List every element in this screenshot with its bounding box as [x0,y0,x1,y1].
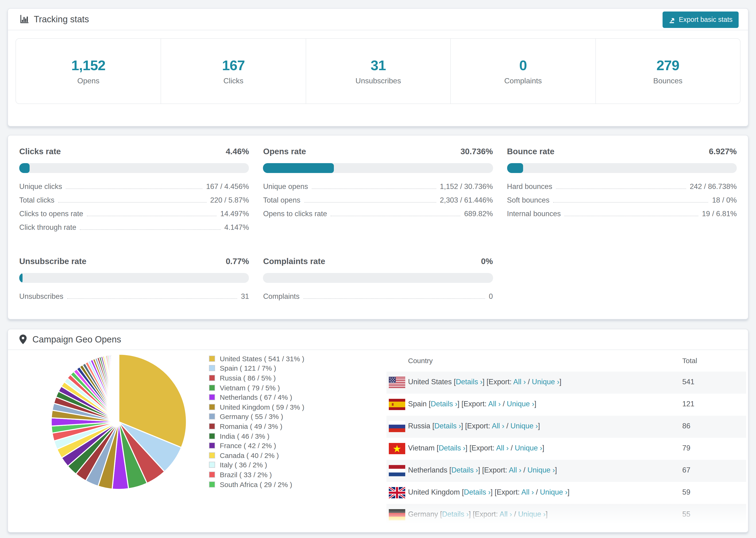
stat-row-label: Clicks to opens rate [19,210,83,218]
export-all-link[interactable]: All › [496,444,509,452]
stat-row-value: 31 [241,292,249,301]
stat-unsubscribes: 31 Unsubscribes [306,39,451,103]
dotted-leader [67,293,237,299]
geo-table: Country Total United States [Details ›] … [387,351,746,526]
dotted-leader [331,211,460,216]
stat-bounces: 279 Bounces [595,39,740,103]
dotted-leader [303,293,485,299]
legend-item: Vietnam ( 79 / 5% ) [209,383,325,393]
country-total: 55 [682,510,690,518]
stat-row-label: Hard bounces [507,183,552,191]
stat-row-label: Internal bounces [507,210,561,218]
legend-label: Brazil ( 33 / 2% ) [220,471,272,479]
legend-swatch [209,471,215,478]
stat-row: Clicks to opens rate14.497% [19,210,249,223]
legend-swatch [209,481,215,487]
export-all-link[interactable]: All › [509,466,521,474]
details-link[interactable]: Details › [451,466,478,474]
details-link[interactable]: Details › [434,422,461,430]
legend-item: Italy ( 36 / 2% ) [209,460,325,470]
legend-item: Netherlands ( 67 / 4% ) [209,393,325,402]
dotted-leader [556,183,686,189]
stat-row: Hard bounces242 / 86.738% [507,183,737,196]
details-link[interactable]: Details › [439,444,465,452]
country-flag-icon [389,421,405,432]
export-unique-link[interactable]: Unique › [540,488,567,496]
stat-value: 167 [222,57,245,73]
export-all-link[interactable]: All › [521,488,534,496]
export-basic-stats-button[interactable]: Export basic stats [662,12,739,28]
stat-row-label: Complaints [263,292,299,301]
export-all-link[interactable]: All › [499,510,512,518]
map-pin-icon [19,335,27,344]
country-total: 79 [682,444,690,452]
stat-row-value: 4.147% [225,223,249,232]
details-link[interactable]: Details › [464,488,491,496]
country-flag-icon [389,377,405,388]
legend-swatch [209,355,215,362]
legend-label: Vietnam ( 79 / 5% ) [220,384,280,392]
legend-item: Brazil ( 33 / 2% ) [209,470,325,479]
legend-swatch [209,423,215,429]
dotted-leader [58,197,206,202]
stat-row-value: 18 / 0% [712,196,737,204]
legend-swatch [209,433,215,439]
legend-label: Canada ( 40 / 2% ) [220,451,279,459]
rate-value: 0.77% [226,256,249,266]
legend-item: India ( 46 / 3% ) [209,431,325,441]
country-flag-icon [389,487,405,498]
export-all-link[interactable]: All › [513,378,526,386]
country-name: Russia [408,422,430,430]
stat-row-value: 14.497% [220,210,249,218]
stat-row-label: Opens to clicks rate [263,210,327,218]
export-unique-link[interactable]: Unique › [511,422,538,430]
stat-row: Click through rate4.147% [19,223,249,237]
export-unique-link[interactable]: Unique › [518,510,546,518]
stat-row: Complaints0 [263,292,493,306]
export-all-link[interactable]: All › [488,400,501,408]
pie-slice [118,354,119,422]
legend-item: Germany ( 55 / 3% ) [209,412,325,421]
dotted-leader [66,183,202,189]
geo-title: Campaign Geo Opens [32,334,121,345]
legend-item: Spain ( 121 / 7% ) [209,363,325,373]
rate-value: 30.736% [460,147,493,157]
country-total: 59 [682,488,690,497]
legend-swatch [209,443,215,449]
country-name: Netherlands [408,466,447,474]
rate-title: Opens rate [263,147,306,157]
export-all-link[interactable]: All › [492,422,504,430]
table-row: United States [Details ›] [Export: All ›… [387,372,746,394]
country-total: 121 [682,400,694,408]
stat-opens: 1,152 Opens [16,39,161,103]
export-unique-link[interactable]: Unique › [514,444,542,452]
dotted-leader [312,183,436,189]
stat-row-label: Unique clicks [19,183,62,191]
stat-row-label: Total opens [263,196,300,204]
summary-stats: 1,152 Opens 167 Clicks 31 Unsubscribes 0… [16,38,740,104]
dotted-leader [565,211,698,216]
stat-row-value: 1,152 / 30.736% [440,183,493,191]
stat-row: Total opens2,303 / 61.446% [263,196,493,210]
table-row: Russia [Details ›] [Export: All › / Uniq… [387,416,746,438]
stat-row-label: Total clicks [19,196,54,204]
details-link[interactable]: Details › [442,510,469,518]
stat-label: Complaints [504,77,542,85]
details-link[interactable]: Details › [431,400,458,408]
details-link[interactable]: Details › [456,378,482,386]
stat-row-value: 19 / 6.81% [702,210,737,218]
stat-row-label: Click through rate [19,223,76,232]
legend-swatch [209,452,215,458]
country-name: Germany [408,510,438,518]
country-name: Spain [408,400,427,408]
country-total: 541 [682,378,694,386]
country-name: United Kingdom [408,488,460,496]
legend-label: India ( 46 / 3% ) [220,432,270,440]
stat-row: Unique clicks167 / 4.456% [19,183,249,196]
legend-swatch [209,385,215,391]
export-unique-link[interactable]: Unique › [507,400,534,408]
export-unique-link[interactable]: Unique › [532,378,559,386]
stat-row-label: Unsubscribes [19,292,63,301]
export-unique-link[interactable]: Unique › [527,466,555,474]
export-button-label: Export basic stats [679,16,732,24]
